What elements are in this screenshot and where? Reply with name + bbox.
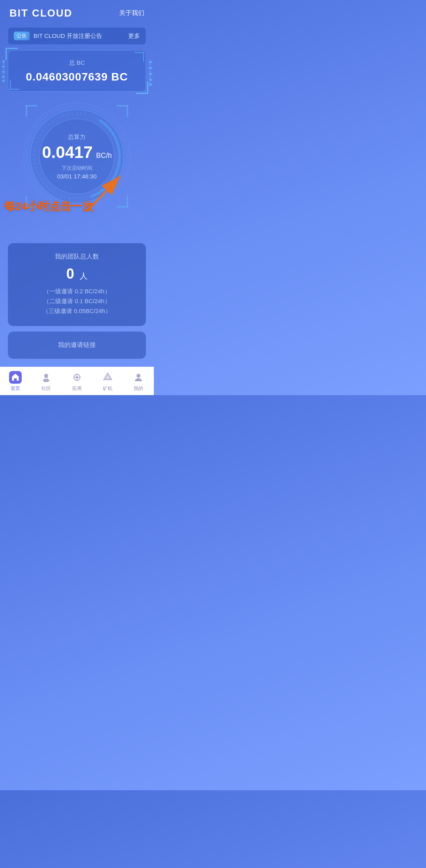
bc-value: 0.04603007639 BC bbox=[16, 71, 138, 83]
nav-item-mine[interactable]: 我的 bbox=[123, 371, 154, 392]
svg-rect-22 bbox=[26, 105, 27, 117]
svg-rect-10 bbox=[149, 79, 152, 81]
svg-rect-21 bbox=[26, 105, 37, 107]
svg-rect-11 bbox=[149, 84, 152, 85]
team-count: 0 人 bbox=[16, 266, 138, 282]
bc-label: 总 BC bbox=[16, 59, 138, 67]
svg-point-44 bbox=[136, 374, 140, 378]
bc-card: 总 BC 0.04603007639 BC bbox=[8, 50, 146, 92]
gauge-next-label: 下次启动时间 bbox=[42, 165, 112, 172]
nav-app-label: 应用 bbox=[72, 385, 82, 392]
app-icon bbox=[71, 371, 83, 384]
svg-rect-8 bbox=[149, 67, 152, 69]
svg-rect-4 bbox=[2, 76, 5, 77]
header: BIT CLOUD 关于我们 bbox=[0, 0, 154, 25]
gauge-label: 总算力 bbox=[42, 133, 112, 141]
team-count-value: 0 bbox=[66, 266, 74, 282]
svg-rect-2 bbox=[2, 66, 5, 67]
team-invite3: （三级邀请 0.05BC/24h） bbox=[16, 307, 138, 315]
nav-item-miner[interactable]: 矿机 bbox=[92, 371, 123, 392]
nav-home-label: 首页 bbox=[11, 385, 20, 392]
svg-rect-24 bbox=[127, 105, 128, 117]
gauge-value: 0.0417 bbox=[42, 143, 93, 161]
svg-rect-7 bbox=[149, 61, 152, 63]
svg-rect-23 bbox=[116, 105, 128, 107]
annotation-section: 每24小时点击一次 bbox=[0, 200, 154, 231]
gauge-next-time: 03/01 17:46:30 bbox=[42, 173, 112, 180]
announcement-bar[interactable]: 公告 BIT CLOUD 开放注册公告 更多 bbox=[8, 27, 146, 45]
svg-rect-5 bbox=[2, 80, 5, 81]
svg-rect-31 bbox=[14, 379, 16, 381]
announcement-text: BIT CLOUD 开放注册公告 bbox=[34, 32, 124, 40]
team-count-unit: 人 bbox=[80, 272, 88, 280]
side-deco-right bbox=[147, 59, 152, 83]
community-icon bbox=[40, 371, 52, 384]
announcement-more[interactable]: 更多 bbox=[128, 32, 140, 40]
nav-miner-label: 矿机 bbox=[103, 385, 112, 392]
about-link[interactable]: 关于我们 bbox=[119, 9, 144, 17]
mine-icon bbox=[132, 371, 145, 384]
header-title: BIT CLOUD bbox=[9, 7, 73, 19]
nav-item-home[interactable]: 首页 bbox=[0, 371, 31, 392]
svg-rect-1 bbox=[2, 61, 5, 62]
bc-card-wrapper: 总 BC 0.04603007639 BC bbox=[8, 50, 146, 92]
team-invite1: （一级邀请 0.2 BC/24h） bbox=[16, 288, 138, 295]
gauge-section[interactable]: 总算力 0.0417 BC/h 下次启动时间 03/01 17:46:30 bbox=[0, 97, 154, 212]
bottom-nav: 首页 社区 应用 bbox=[0, 367, 154, 395]
invite-label: 我的邀请链接 bbox=[16, 341, 138, 349]
svg-point-32 bbox=[44, 374, 48, 378]
team-card: 我的团队总人数 0 人 （一级邀请 0.2 BC/24h） （二级邀请 0.1 … bbox=[8, 243, 146, 326]
svg-point-33 bbox=[43, 379, 49, 382]
team-label: 我的团队总人数 bbox=[16, 253, 138, 261]
home-icon bbox=[9, 371, 22, 384]
gauge-unit: BC/h bbox=[96, 152, 112, 159]
team-invite2: （二级邀请 0.1 BC/24h） bbox=[16, 298, 138, 305]
svg-rect-3 bbox=[2, 71, 5, 72]
nav-mine-label: 我的 bbox=[134, 385, 143, 392]
nav-item-community[interactable]: 社区 bbox=[31, 371, 62, 392]
gauge-value-wrap: 0.0417 BC/h bbox=[42, 144, 112, 161]
nav-community-label: 社区 bbox=[41, 385, 51, 392]
gauge-inner: 总算力 0.0417 BC/h 下次启动时间 03/01 17:46:30 bbox=[42, 133, 112, 180]
announcement-badge: 公告 bbox=[14, 32, 30, 40]
miner-icon bbox=[101, 371, 114, 384]
svg-point-35 bbox=[76, 376, 78, 379]
invite-card[interactable]: 我的邀请链接 bbox=[8, 332, 146, 359]
nav-item-app[interactable]: 应用 bbox=[62, 371, 92, 392]
annotation-text: 每24小时点击一次 bbox=[4, 200, 93, 213]
side-deco-left bbox=[2, 59, 7, 83]
svg-rect-9 bbox=[149, 73, 152, 75]
